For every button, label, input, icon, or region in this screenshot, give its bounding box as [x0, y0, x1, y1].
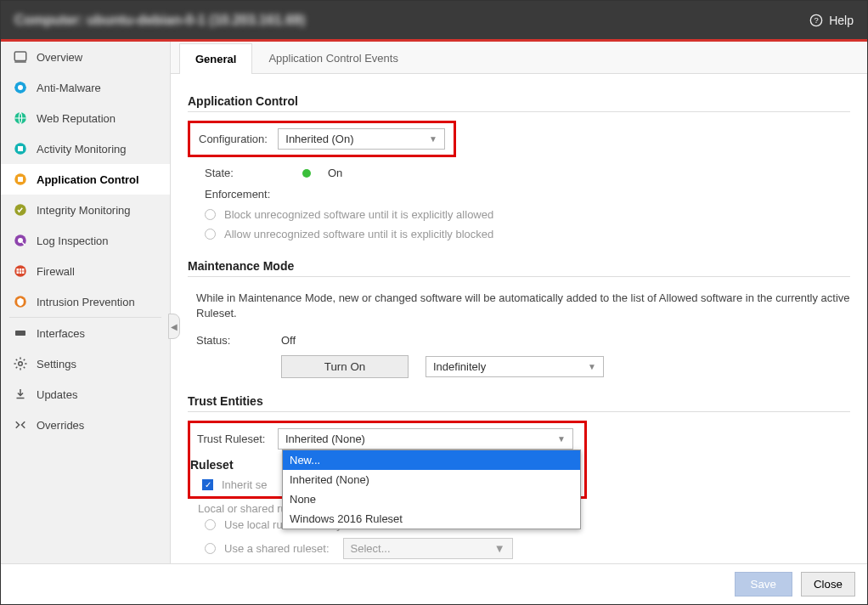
dropdown-arrow-icon: ▼: [494, 542, 505, 555]
dropdown-option[interactable]: Inherited (None): [283, 470, 580, 489]
radio-icon: [205, 519, 216, 530]
dropdown-arrow-icon: ▼: [557, 434, 566, 444]
sidebar-item-label: Overrides: [37, 419, 84, 432]
sidebar-item-settings[interactable]: Settings: [1, 348, 170, 379]
sidebar-item-interfaces[interactable]: Interfaces: [1, 318, 170, 348]
config-value: Inherited (On): [285, 133, 353, 145]
updates-icon: [13, 387, 28, 402]
radio-icon: [205, 229, 216, 240]
enforcement-radio-allow: Allow unrecognized software until it is …: [188, 224, 850, 244]
ruleset-radio-shared: Use a shared ruleset: Select... ▼: [188, 534, 850, 563]
inherit-label: Inherit se: [222, 478, 267, 491]
sidebar-item-intrusion-prevention[interactable]: Intrusion Prevention: [1, 286, 170, 317]
application-control-icon: [13, 172, 28, 187]
inherit-checkbox[interactable]: ✓: [202, 479, 213, 490]
enforcement-label: Enforcement:: [205, 188, 302, 201]
footer: Save Close: [1, 563, 867, 604]
shared-ruleset-select: Select... ▼: [343, 538, 513, 559]
title-bar: Computer: ubuntu-debian-0-1 (10.203.161.…: [1, 1, 867, 42]
sidebar-item-label: Overview: [37, 51, 82, 64]
intrusion-prevention-icon: [13, 294, 28, 309]
sidebar-item-label: Firewall: [37, 265, 75, 278]
section-trust-entities: Trust Entities: [188, 394, 850, 412]
activity-monitoring-icon: [13, 141, 28, 156]
dropdown-option[interactable]: New...: [283, 450, 580, 470]
tab-general[interactable]: General: [179, 43, 252, 74]
sidebar-item-overview[interactable]: Overview: [1, 42, 170, 72]
config-select[interactable]: Inherited (On) ▼: [278, 128, 445, 150]
trust-ruleset-label: Trust Ruleset:: [197, 433, 278, 445]
dropdown-option[interactable]: None: [283, 489, 580, 509]
duration-value: Indefinitely: [433, 360, 486, 373]
overrides-icon: [13, 417, 28, 433]
close-button[interactable]: Close: [801, 572, 855, 597]
web-reputation-icon: [13, 110, 28, 126]
sidebar-item-label: Integrity Monitoring: [37, 204, 131, 217]
sidebar-item-activity-monitoring[interactable]: Activity Monitoring: [1, 133, 170, 164]
maintenance-desc: While in Maintenance Mode, new or change…: [188, 286, 850, 330]
sidebar-item-integrity-monitoring[interactable]: Integrity Monitoring: [1, 195, 170, 225]
state-label: State:: [205, 167, 302, 179]
sidebar-item-application-control[interactable]: Application Control: [1, 164, 170, 195]
anti-malware-icon: [13, 80, 28, 95]
sidebar-item-firewall[interactable]: Firewall: [1, 256, 170, 286]
sidebar-item-log-inspection[interactable]: Log Inspection: [1, 225, 170, 256]
section-application-control: Application Control: [188, 94, 850, 112]
trust-ruleset-select[interactable]: Inherited (None) ▼: [278, 428, 573, 450]
section-maintenance-mode: Maintenance Mode: [188, 259, 850, 277]
log-inspection-icon: [13, 233, 28, 248]
sidebar-item-label: Settings: [37, 358, 76, 370]
help-icon: [809, 13, 824, 28]
sidebar-item-web-reputation[interactable]: Web Reputation: [1, 103, 170, 133]
dropdown-option[interactable]: Windows 2016 Ruleset: [283, 509, 580, 529]
sidebar-item-anti-malware[interactable]: Anti-Malware: [1, 72, 170, 103]
state-value: On: [328, 167, 342, 179]
sidebar-item-label: Intrusion Prevention: [37, 296, 135, 308]
overview-icon: [13, 49, 28, 65]
tab-panel-general: Application Control Configuration: Inher…: [171, 74, 867, 563]
dropdown-arrow-icon: ▼: [588, 362, 596, 371]
maintenance-duration-select[interactable]: Indefinitely ▼: [426, 356, 604, 377]
firewall-icon: [13, 263, 28, 279]
settings-icon: [13, 356, 28, 371]
config-label: Configuration:: [199, 133, 278, 145]
content-area: GeneralApplication Control Events Applic…: [171, 42, 867, 563]
trust-ruleset-dropdown: New...Inherited (None)NoneWindows 2016 R…: [282, 450, 581, 529]
sidebar-item-label: Interfaces: [37, 327, 85, 340]
tabs: GeneralApplication Control Events: [171, 42, 867, 74]
sidebar-item-label: Application Control: [37, 173, 139, 186]
sidebar-item-label: Log Inspection: [37, 235, 109, 247]
sidebar-item-updates[interactable]: Updates: [1, 379, 170, 410]
tab-application-control-events[interactable]: Application Control Events: [252, 42, 414, 73]
save-button[interactable]: Save: [735, 572, 792, 597]
help-link[interactable]: Help: [809, 13, 854, 28]
sidebar: OverviewAnti-MalwareWeb ReputationActivi…: [1, 42, 171, 563]
turn-on-button[interactable]: Turn On: [281, 355, 409, 378]
trust-ruleset-value: Inherited (None): [285, 433, 365, 445]
sidebar-item-label: Activity Monitoring: [37, 143, 126, 155]
maintenance-status-value: Off: [281, 334, 296, 347]
sidebar-item-label: Web Reputation: [37, 112, 116, 125]
window-title: Computer: ubuntu-debian-0-1 (10.203.161.…: [14, 13, 809, 28]
status-dot-icon: [302, 169, 311, 178]
maintenance-status-label: Status:: [196, 334, 281, 347]
enforcement-radio-block: Block unrecognized software until it is …: [188, 205, 850, 224]
interfaces-icon: [13, 325, 28, 341]
radio-icon: [205, 209, 216, 220]
sidebar-item-overrides[interactable]: Overrides: [1, 410, 170, 440]
integrity-monitoring-icon: [13, 202, 28, 218]
sidebar-item-label: Updates: [37, 388, 77, 401]
sidebar-item-label: Anti-Malware: [37, 82, 101, 94]
radio-icon: [205, 543, 216, 554]
help-label: Help: [829, 14, 854, 27]
dropdown-arrow-icon: ▼: [429, 134, 437, 144]
